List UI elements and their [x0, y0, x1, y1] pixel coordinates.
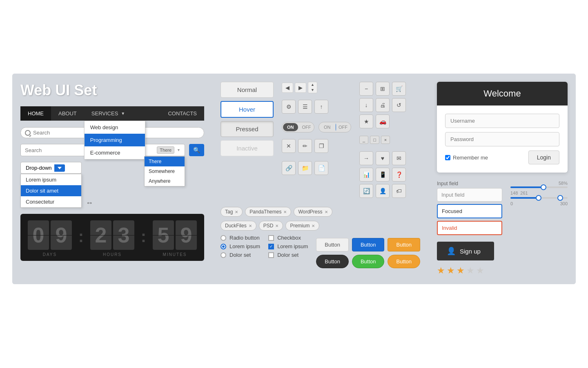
icon-edit[interactable]: ✏ — [298, 139, 312, 153]
icon-minus[interactable]: − — [359, 82, 373, 96]
icon-list[interactable]: ☰ — [298, 100, 312, 114]
nav-services[interactable]: SERVICES ▼ Web design Programming E-comm… — [84, 106, 132, 121]
icon-refresh[interactable]: ↺ — [392, 98, 406, 112]
dropdown-option-0[interactable]: Lorem ipsum — [21, 174, 81, 185]
bottom-row: Radio button Lorem ipsum Dolor set Check… — [220, 235, 421, 268]
username-field[interactable] — [445, 114, 559, 128]
dropdown-option-1[interactable]: Dolor sit amet — [21, 185, 81, 196]
welcome-body: Remember me Login — [437, 105, 568, 173]
ui-btn-0-2[interactable]: Button — [388, 238, 420, 251]
ui-btn-0-0[interactable]: Button — [316, 238, 349, 251]
input-normal[interactable] — [437, 188, 502, 202]
there-option-anywhere[interactable]: Anywhere — [145, 176, 185, 186]
dropdown-option-2[interactable]: Consectetur — [21, 196, 81, 207]
star-4[interactable]: ★ — [466, 265, 474, 276]
icon-cart[interactable]: 🛒 — [392, 82, 406, 96]
pg-prev[interactable]: ◀ — [282, 83, 293, 93]
slider-1-track[interactable] — [510, 186, 568, 188]
radio-0[interactable]: Lorem ipsum — [220, 243, 260, 249]
ui-btn-1-1[interactable]: Button — [352, 255, 385, 268]
nav-home[interactable]: HOME — [20, 106, 51, 121]
icon-email[interactable]: ✉ — [392, 151, 406, 165]
icon-print[interactable]: 🖨 — [376, 98, 390, 112]
tag-1-remove[interactable]: ✕ — [283, 210, 287, 214]
icon-doc[interactable]: 📄 — [314, 161, 328, 175]
icon-user[interactable]: 👤 — [376, 184, 390, 198]
icon-delete[interactable]: ✕ — [282, 139, 296, 153]
tag-0[interactable]: Tag ✕ — [220, 207, 243, 217]
nav-contacts[interactable]: CONTACTS — [160, 106, 204, 121]
ui-btn-0-1[interactable]: Button — [352, 238, 385, 251]
tag-3-remove[interactable]: ✕ — [249, 224, 252, 228]
checkbox-1[interactable]: ✓ Lorem ipsum — [268, 243, 308, 249]
tag-0-remove[interactable]: ✕ — [235, 210, 238, 214]
tag-2-remove[interactable]: ✕ — [325, 210, 328, 214]
signup-button[interactable]: 👤 Sign up — [437, 242, 494, 260]
wc-close[interactable]: × — [381, 136, 390, 144]
icon-arrow[interactable]: → — [359, 151, 373, 165]
icon-upload[interactable]: ↑ — [314, 100, 328, 114]
star-2[interactable]: ★ — [447, 265, 455, 276]
slider-2-thumb-l[interactable] — [536, 195, 541, 201]
tag-4[interactable]: PSD ✕ — [259, 221, 283, 231]
slider-2-track[interactable] — [510, 197, 568, 199]
wc-minimize[interactable]: _ — [359, 136, 368, 144]
wc-maximize[interactable]: □ — [370, 136, 379, 144]
radio-1[interactable]: Dolor set — [220, 252, 260, 258]
search-button[interactable]: 🔍 — [189, 144, 204, 156]
icon-help[interactable]: ❓ — [392, 168, 406, 182]
pg-scroll-down[interactable]: ▼ — [308, 88, 317, 93]
icon-heart[interactable]: ♥ — [376, 151, 390, 165]
icon-link[interactable]: 🔗 — [282, 161, 296, 175]
slider-2-thumb-r[interactable] — [557, 195, 563, 201]
icon-tag[interactable]: 🏷 — [392, 184, 406, 198]
icon-download[interactable]: ↓ — [359, 98, 373, 112]
icon-star[interactable]: ★ — [359, 114, 373, 128]
slider-1-thumb[interactable] — [541, 184, 546, 190]
checkbox-0[interactable]: Checkbox — [268, 235, 308, 241]
icon-copy[interactable]: ❐ — [314, 139, 328, 153]
icon-settings[interactable]: ⚙ — [282, 100, 296, 114]
there-option-there[interactable]: There — [145, 157, 185, 166]
password-field[interactable] — [445, 132, 559, 146]
toggle-2[interactable]: ON OFF — [318, 122, 351, 132]
dropdown-programming[interactable]: Programming — [85, 134, 145, 146]
pg-next[interactable]: ▶ — [295, 83, 306, 93]
btn-hover[interactable]: Hover — [220, 101, 274, 118]
remember-checkbox[interactable] — [445, 155, 450, 160]
star-3[interactable]: ★ — [457, 265, 465, 276]
tag-5[interactable]: Premium ✕ — [285, 221, 319, 231]
there-dropdown: There Somewhere Anywhere — [144, 156, 185, 186]
nav-about[interactable]: ABOUT — [51, 106, 84, 121]
dropdown-ecommerce[interactable]: E-commerce — [85, 146, 145, 159]
input-invalid[interactable] — [437, 221, 502, 235]
there-option-somewhere[interactable]: Somewhere — [145, 166, 185, 176]
login-button[interactable]: Login — [528, 150, 559, 164]
checkbox-2[interactable]: Dolor set — [268, 252, 308, 258]
btn-pressed[interactable]: Pressed — [220, 121, 274, 137]
tag-1[interactable]: PandaThemes ✕ — [245, 207, 291, 217]
remember-label[interactable]: Remember me — [445, 155, 488, 161]
icon-folder[interactable]: 📁 — [298, 161, 312, 175]
ui-btn-1-0[interactable]: Button — [316, 255, 349, 268]
tag-3[interactable]: DuckFiles ✕ — [220, 221, 256, 231]
dropdown-webdesign[interactable]: Web design — [85, 121, 145, 134]
tag-5-remove[interactable]: ✕ — [312, 224, 315, 228]
icon-chart[interactable]: 📊 — [359, 168, 373, 182]
icon-mobile[interactable]: 📱 — [376, 168, 390, 182]
star-1[interactable]: ★ — [437, 265, 445, 276]
toggle-1[interactable]: ON OFF — [282, 122, 314, 132]
input-focused[interactable] — [437, 204, 502, 218]
ui-btn-1-2[interactable]: Button — [388, 255, 420, 268]
icon-car[interactable]: 🚗 — [376, 114, 390, 128]
slider-minmax: 0 300 — [510, 201, 568, 206]
btn-normal[interactable]: Normal — [220, 82, 274, 98]
tag-4-remove[interactable]: ✕ — [275, 224, 278, 228]
icon-grid-view[interactable]: ⊞ — [376, 82, 390, 96]
dropdown-select[interactable]: Drop-down — [20, 162, 82, 174]
tag-2[interactable]: WordPress ✕ — [294, 207, 332, 217]
there-badge[interactable]: There — [157, 146, 174, 154]
star-5[interactable]: ★ — [476, 265, 484, 276]
pg-scroll-up[interactable]: ▲ — [308, 82, 317, 88]
icon-sync[interactable]: 🔄 — [359, 184, 373, 198]
